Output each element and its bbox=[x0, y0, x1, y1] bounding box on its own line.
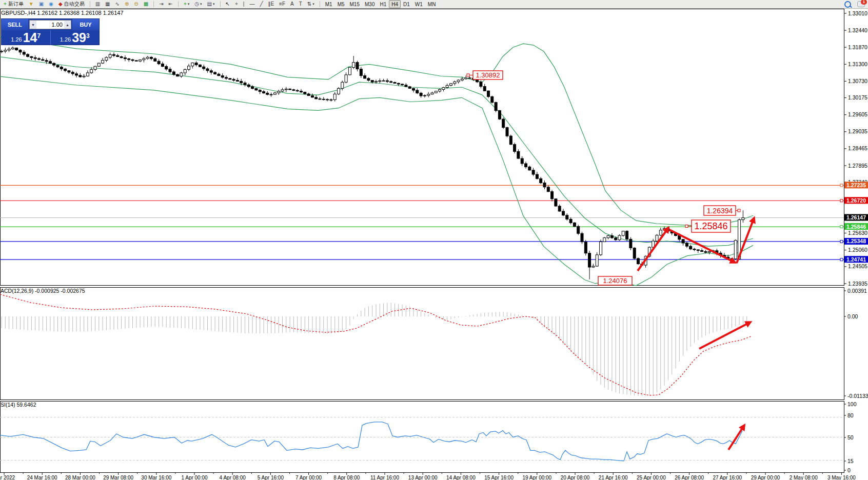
svg-text:1.26147: 1.26147 bbox=[846, 214, 866, 221]
svg-text:1.24741: 1.24741 bbox=[846, 256, 866, 263]
time-axis[interactable]: Mar 202224 Mar 16:0028 Mar 00:0029 Mar 0… bbox=[0, 473, 856, 480]
sell-button[interactable]: SELL bbox=[2, 19, 28, 30]
chart-shift-icon: ⇤ bbox=[169, 1, 173, 7]
auto-scroll-button[interactable]: ⇥ bbox=[157, 0, 165, 8]
lot-decrease-button[interactable]: ▼ bbox=[30, 21, 36, 29]
zoom-out-icon: ⊖ bbox=[134, 1, 138, 7]
svg-text:1.33010: 1.33010 bbox=[848, 10, 867, 16]
crosshair-icon: + bbox=[235, 1, 238, 7]
svg-text:29 Apr 00:00: 29 Apr 00:00 bbox=[751, 475, 780, 480]
timeframe-m1[interactable]: M1 bbox=[323, 0, 335, 8]
autotrade-icon: ◆ bbox=[58, 1, 63, 7]
fibo-icon: ≡F bbox=[279, 1, 285, 7]
svg-text:24 Mar 16:00: 24 Mar 16:00 bbox=[27, 475, 57, 480]
sell-price[interactable]: 1.26 14 7 bbox=[2, 30, 51, 45]
new-order-icon: + bbox=[4, 1, 7, 7]
chevron-down-icon: ▾ bbox=[200, 2, 202, 6]
trendline-button[interactable]: ╱ bbox=[258, 0, 265, 8]
hline-icon: — bbox=[249, 1, 254, 7]
price-annotation[interactable]: 1.25846 bbox=[685, 220, 731, 232]
price-axis[interactable]: 1.330101.324401.318701.313001.307301.301… bbox=[844, 10, 867, 287]
line-chart-icon: ∿ bbox=[115, 1, 120, 7]
chart-shift-button[interactable]: ⇤ bbox=[167, 0, 175, 8]
svg-text:2 May 08:00: 2 May 08:00 bbox=[790, 475, 818, 480]
timeframe-h4[interactable]: H4 bbox=[389, 0, 401, 8]
autotrade-button[interactable]: ◆自动交易 bbox=[56, 0, 87, 8]
channel-icon: ∥E bbox=[268, 1, 274, 7]
chevron-down-icon: ▾ bbox=[312, 2, 314, 6]
svg-text:11 Apr 16:00: 11 Apr 16:00 bbox=[370, 475, 399, 480]
label-button[interactable]: T bbox=[297, 0, 304, 8]
toolbar-separator bbox=[320, 1, 320, 7]
crosshair-button[interactable]: + bbox=[233, 0, 240, 8]
bar-chart-button[interactable]: ▥ bbox=[93, 0, 102, 8]
toolbar-button-label: 自动交易 bbox=[64, 1, 85, 8]
svg-text:1.29605: 1.29605 bbox=[848, 111, 867, 117]
timeframe-h1[interactable]: H1 bbox=[377, 0, 389, 8]
candlestick-button[interactable]: ▦ bbox=[103, 0, 112, 8]
search-icon[interactable] bbox=[844, 1, 851, 8]
rsi-label: SI(14) 59.6462 bbox=[1, 402, 36, 408]
timeframe-m30[interactable]: M30 bbox=[362, 0, 377, 8]
channel-button[interactable]: ∥E bbox=[266, 0, 276, 8]
tile-windows-icon: ▩ bbox=[144, 1, 148, 7]
funnel-button[interactable]: ▼ bbox=[27, 0, 36, 8]
timeframe-m15[interactable]: M15 bbox=[347, 0, 362, 8]
arrows-button[interactable]: ⇅▾ bbox=[305, 0, 317, 8]
svg-text:1.25348: 1.25348 bbox=[846, 238, 866, 244]
text-icon: A bbox=[290, 1, 294, 7]
template-button[interactable]: ▤▾ bbox=[205, 0, 217, 8]
sell-price-base: 1.26 bbox=[11, 36, 22, 43]
text-button[interactable]: A bbox=[288, 0, 296, 8]
vline-button[interactable]: | bbox=[241, 0, 247, 8]
buy-price[interactable]: 1.26 39 3 bbox=[51, 30, 100, 45]
svg-text:28 Mar 00:00: 28 Mar 00:00 bbox=[65, 475, 95, 480]
toolbar-group: ↖+|—╱∥E≡FAT⇅▾ bbox=[222, 0, 318, 8]
svg-text:30 Mar 16:00: 30 Mar 16:00 bbox=[141, 475, 171, 480]
funnel-icon: ▼ bbox=[29, 1, 34, 7]
toolbar-button-label: 新订单 bbox=[8, 1, 24, 8]
buy-price-big: 39 bbox=[72, 31, 86, 44]
lot-increase-button[interactable]: ▲ bbox=[64, 21, 71, 29]
zoom-in-button[interactable]: ⊕ bbox=[123, 0, 131, 8]
buy-button[interactable]: BUY bbox=[72, 19, 99, 30]
expert-button[interactable]: ▣ bbox=[37, 0, 46, 8]
chart-canvas[interactable]: 1.330101.324401.318701.313001.307301.301… bbox=[0, 0, 868, 480]
timeframe-d1[interactable]: D1 bbox=[401, 0, 412, 8]
period-button[interactable]: ◷▾ bbox=[192, 0, 204, 8]
line-chart-button[interactable]: ∿ bbox=[113, 0, 122, 8]
svg-text:20 Apr 08:00: 20 Apr 08:00 bbox=[561, 475, 590, 480]
svg-text:1.24076: 1.24076 bbox=[603, 277, 627, 285]
timeframe-mn[interactable]: MN bbox=[425, 0, 439, 8]
period-icon: ◷ bbox=[194, 1, 199, 7]
svg-text:1.25846: 1.25846 bbox=[846, 224, 866, 230]
add-indicator-button[interactable]: +▾ bbox=[182, 0, 191, 8]
timeframe-m5[interactable]: M5 bbox=[335, 0, 347, 8]
lot-size-value[interactable]: 1.00 bbox=[36, 21, 64, 29]
lot-size-stepper[interactable]: ▼ 1.00 ▲ bbox=[29, 20, 71, 29]
price-annotation[interactable]: 1.26394 bbox=[704, 206, 740, 215]
toolbar: +新订单▼▣◉◆自动交易▥▦∿⊕⊖▩⇥⇤+▾◷▾▤▾↖+|—╱∥E≡FAT⇅▾M… bbox=[0, 0, 868, 9]
candlestick-icon: ▦ bbox=[105, 1, 110, 7]
sell-price-big: 14 bbox=[23, 31, 37, 44]
mt4-terminal: +新订单▼▣◉◆自动交易▥▦∿⊕⊖▩⇥⇤+▾◷▾▤▾↖+|—╱∥E≡FAT⇅▾M… bbox=[0, 0, 868, 480]
arrows-icon: ⇅ bbox=[307, 1, 311, 7]
hline-button[interactable]: — bbox=[247, 0, 257, 8]
zoom-out-button[interactable]: ⊖ bbox=[132, 0, 140, 8]
svg-text:1.32440: 1.32440 bbox=[848, 27, 867, 33]
svg-text:1.25846: 1.25846 bbox=[694, 221, 727, 231]
tile-windows-button[interactable]: ▩ bbox=[142, 0, 150, 8]
svg-text:50: 50 bbox=[847, 434, 854, 441]
signal-button[interactable]: ◉ bbox=[47, 0, 55, 8]
new-order-button[interactable]: +新订单 bbox=[2, 0, 26, 8]
chat-icon[interactable]: 1 bbox=[857, 1, 865, 7]
svg-text:1.28465: 1.28465 bbox=[848, 145, 867, 151]
cursor-button[interactable]: ↖ bbox=[224, 0, 232, 8]
svg-text:29 Mar 08:00: 29 Mar 08:00 bbox=[103, 475, 133, 480]
expert-icon: ▣ bbox=[39, 1, 44, 7]
fibo-button[interactable]: ≡F bbox=[277, 0, 287, 8]
svg-text:1.30175: 1.30175 bbox=[848, 94, 867, 101]
svg-text:1.27235: 1.27235 bbox=[846, 182, 866, 188]
timeframe-w1[interactable]: W1 bbox=[412, 0, 425, 8]
price-annotation[interactable]: 1.24076 bbox=[598, 276, 632, 285]
